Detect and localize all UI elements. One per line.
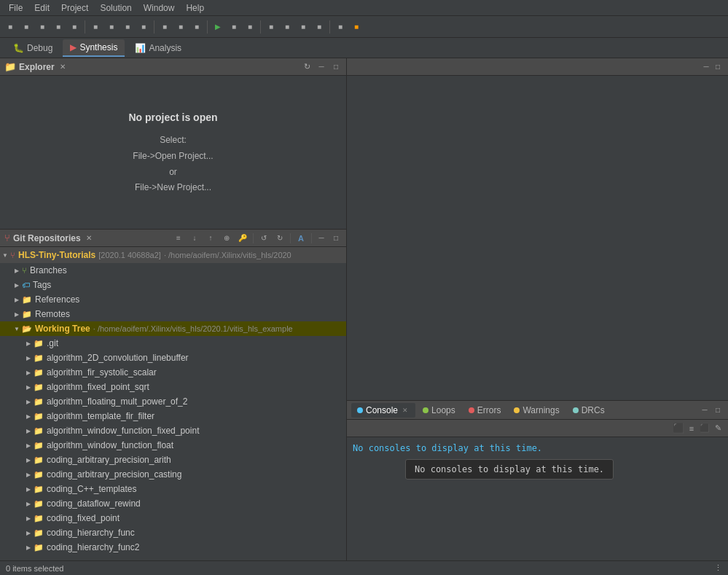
tree-remotes[interactable]: ▶ 📁 Remotes xyxy=(0,307,346,321)
toolbar-btn-4[interactable]: ■ xyxy=(51,20,66,34)
menu-edit[interactable]: Edit xyxy=(28,1,55,15)
tab-analysis[interactable]: 📊 Analysis xyxy=(128,40,189,56)
toolbar-btn-15[interactable]: ■ xyxy=(264,20,278,34)
repo-root-item[interactable]: ▼ ⑂ HLS-Tiny-Tutorials [2020.1 40688a2] … xyxy=(0,247,346,263)
tree-item-algo-winfixed[interactable]: ▶ 📁 algorithm_window_function_fixed_poin… xyxy=(0,423,346,438)
explorer-header-right: ↻ ─ □ xyxy=(301,61,342,73)
toolbar-btn-1[interactable]: ■ xyxy=(3,20,17,34)
toolbar-btn-run[interactable]: ▶ xyxy=(211,20,225,34)
tree-working-tree[interactable]: ▼ 📂 Working Tree · /home/aoifem/.Xilinx/… xyxy=(0,321,346,336)
algowinfixed-icon: 📁 xyxy=(34,426,44,436)
git-btn-3[interactable]: ↑ xyxy=(204,232,217,245)
tree-dot-git[interactable]: ▶ 📁 .git xyxy=(0,336,346,351)
tree-references[interactable]: ▶ 📁 References xyxy=(0,292,346,307)
no-project-message: No project is open Select: File->Open Pr… xyxy=(0,76,346,229)
toolbar-btn-16[interactable]: ■ xyxy=(280,20,294,34)
explorer-panel-header: 📁 Explorer ✕ ↻ ─ □ xyxy=(0,58,346,76)
toolbar-btn-7[interactable]: ■ xyxy=(104,20,119,34)
errors-tab-label: Errors xyxy=(477,405,501,415)
console-tab-warnings[interactable]: Warnings xyxy=(508,403,565,418)
right-maximize-button[interactable]: □ xyxy=(712,62,724,72)
console-tab-close-btn[interactable]: ✕ xyxy=(401,406,410,415)
console-btn-2[interactable]: ≡ xyxy=(686,423,697,434)
git-btn-7[interactable]: ↻ xyxy=(273,232,286,245)
tree-item-coding-dataflow[interactable]: ▶ 📁 coding_dataflow_rewind xyxy=(0,496,346,511)
toolbar-btn-13[interactable]: ■ xyxy=(227,20,241,34)
explorer-maximize-button[interactable]: □ xyxy=(330,62,342,72)
tab-synthesis-label: Synthesis xyxy=(79,42,117,52)
tree-tags[interactable]: ▶ 🏷 Tags xyxy=(0,278,346,292)
git-btn-4[interactable]: ⊕ xyxy=(220,232,233,245)
tab-debug[interactable]: 🐛 Debug xyxy=(6,40,60,56)
toolbar-btn-9[interactable]: ■ xyxy=(136,20,151,34)
toolbar-btn-11[interactable]: ■ xyxy=(173,20,188,34)
right-minimize-button[interactable]: ─ xyxy=(700,62,712,72)
tree-item-algo-fir[interactable]: ▶ 📁 algorithm_fir_systolic_scalar xyxy=(0,365,346,380)
toolbar-btn-5[interactable]: ■ xyxy=(67,20,82,34)
console-btn-edit[interactable]: ✎ xyxy=(712,423,724,434)
console-tab-drcs[interactable]: DRCs xyxy=(567,403,611,418)
toolbar-btn-19[interactable]: ■ xyxy=(333,20,348,34)
tree-item-coding-cast[interactable]: ▶ 📁 coding_arbitrary_precision_casting xyxy=(0,467,346,482)
git-btn-2[interactable]: ↓ xyxy=(188,232,201,245)
console-btn-3[interactable]: ⬛ xyxy=(699,423,711,434)
tab-analysis-label: Analysis xyxy=(149,43,181,53)
console-tab-errors[interactable]: Errors xyxy=(463,403,507,418)
right-panel: ─ □ Console ✕ Loops Errors xyxy=(347,58,728,560)
toolbar-btn-2[interactable]: ■ xyxy=(19,20,34,34)
codingdf-arrow: ▶ xyxy=(23,501,34,507)
tree-item-coding-hier2[interactable]: ▶ 📁 coding_hierarchy_func2 xyxy=(0,540,346,555)
explorer-minimize-button[interactable]: ─ xyxy=(316,62,327,72)
remotes-arrow: ▶ xyxy=(12,311,22,318)
toolbar-btn-18[interactable]: ■ xyxy=(312,20,326,34)
warnings-tab-label: Warnings xyxy=(522,405,559,415)
console-btn-1[interactable]: ⬛ xyxy=(673,423,684,434)
toolbar-btn-6[interactable]: ■ xyxy=(88,20,103,34)
menu-help[interactable]: Help xyxy=(180,1,210,15)
git-minimize-button[interactable]: ─ xyxy=(316,233,327,243)
tree-branches[interactable]: ▶ ⑂ Branches xyxy=(0,263,346,278)
loops-tab-label: Loops xyxy=(431,405,455,415)
menu-window[interactable]: Window xyxy=(138,1,181,15)
algo2d-icon: 📁 xyxy=(34,353,44,363)
git-maximize-button[interactable]: □ xyxy=(330,233,342,243)
console-minimize-button[interactable]: ─ xyxy=(699,405,711,415)
git-btn-6[interactable]: ↺ xyxy=(257,232,270,245)
synthesis-icon: ▶ xyxy=(70,42,77,52)
algofixed-arrow: ▶ xyxy=(23,384,34,391)
toolbar-btn-10[interactable]: ■ xyxy=(157,20,172,34)
git-panel-close-button[interactable]: ✕ xyxy=(84,233,94,243)
tree-item-algo-float[interactable]: ▶ 📁 algorithm_floating_mult_power_of_2 xyxy=(0,394,346,409)
explorer-refresh-button[interactable]: ↻ xyxy=(301,61,313,73)
toolbar-btn-20[interactable]: ■ xyxy=(349,20,364,34)
tree-item-algo-fixed[interactable]: ▶ 📁 algorithm_fixed_point_sqrt xyxy=(0,380,346,394)
tree-item-coding-fixed[interactable]: ▶ 📁 coding_fixed_point xyxy=(0,511,346,525)
codingfixed-icon: 📁 xyxy=(34,514,44,523)
tree-item-coding-arith[interactable]: ▶ 📁 coding_arbitrary_precision_arith xyxy=(0,453,346,467)
git-btn-5[interactable]: 🔑 xyxy=(236,232,249,245)
tree-item-coding-cpp[interactable]: ▶ 📁 coding_C++_templates xyxy=(0,482,346,496)
menu-file[interactable]: File xyxy=(3,1,28,15)
explorer-close-button[interactable]: ✕ xyxy=(58,62,68,72)
tree-item-algo-templ[interactable]: ▶ 📁 algorithm_template_fir_filter xyxy=(0,409,346,423)
toolbar-btn-14[interactable]: ■ xyxy=(243,20,257,34)
algofloat-arrow: ▶ xyxy=(23,399,34,405)
toolbar-btn-3[interactable]: ■ xyxy=(35,20,50,34)
git-btn-1[interactable]: ≡ xyxy=(172,232,185,245)
no-project-new: File->New Project... xyxy=(133,180,213,196)
toolbar-btn-17[interactable]: ■ xyxy=(296,20,310,34)
algofixed-icon: 📁 xyxy=(34,383,44,392)
git-btn-link[interactable]: A xyxy=(294,232,308,245)
console-tab-loops[interactable]: Loops xyxy=(417,403,461,418)
menu-solution[interactable]: Solution xyxy=(94,1,137,15)
tree-item-coding-hier[interactable]: ▶ 📁 coding_hierarchy_func xyxy=(0,525,346,540)
toolbar-btn-12[interactable]: ■ xyxy=(189,20,204,34)
console-tab-console[interactable]: Console ✕ xyxy=(351,403,415,418)
main-toolbar: ■ ■ ■ ■ ■ ■ ■ ■ ■ ■ ■ ■ ▶ ■ ■ ■ ■ ■ ■ ■ … xyxy=(0,16,728,38)
tree-item-algo-winfloat[interactable]: ▶ 📁 algorithm_window_function_float xyxy=(0,438,346,453)
tree-item-algo-2d[interactable]: ▶ 📁 algorithm_2D_convolution_linebuffer xyxy=(0,351,346,365)
console-maximize-button[interactable]: □ xyxy=(712,405,724,415)
tab-synthesis[interactable]: ▶ Synthesis xyxy=(63,39,125,57)
menu-project[interactable]: Project xyxy=(55,1,94,15)
toolbar-btn-8[interactable]: ■ xyxy=(120,20,135,34)
